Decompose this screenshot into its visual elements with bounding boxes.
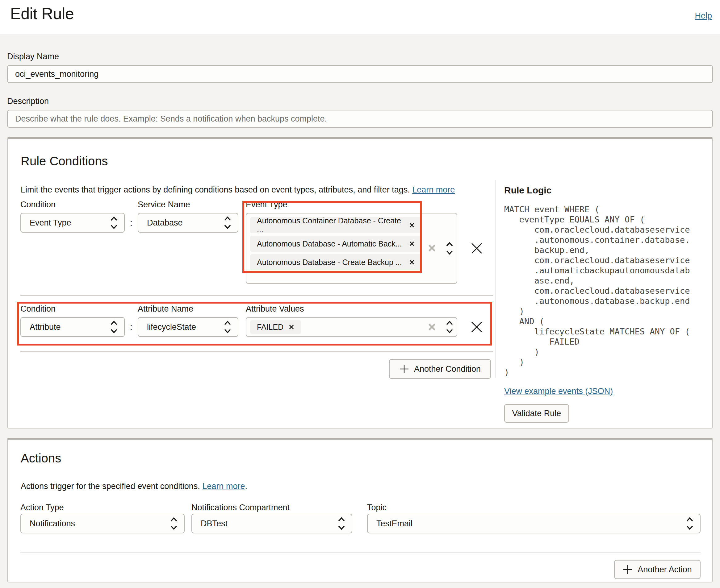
- chevron-up-down-icon: [223, 215, 232, 230]
- topic-label: Topic: [367, 503, 386, 512]
- event-type-chip: Autonomous Container Database - Create .…: [250, 217, 422, 233]
- attribute-values-input[interactable]: FAILED: [246, 317, 457, 337]
- plus-icon: [399, 364, 409, 374]
- chevron-up-down-icon: [337, 516, 346, 531]
- rule-logic-title: Rule Logic: [504, 185, 717, 195]
- actions-intro: Actions trigger for the specified event …: [21, 482, 247, 491]
- actions-title: Actions: [21, 451, 61, 465]
- attribute-value-chip: FAILED: [250, 320, 301, 334]
- rule-conditions-card: Rule Conditions Limit the events that tr…: [7, 137, 713, 428]
- page-title: Edit Rule: [10, 4, 74, 23]
- condition-label-2: Condition: [20, 304, 56, 314]
- rule-conditions-title: Rule Conditions: [21, 154, 108, 168]
- conditions-divider-1: [20, 295, 493, 296]
- chip-remove-icon[interactable]: [288, 324, 295, 330]
- chevron-up-down-icon[interactable]: [445, 240, 454, 256]
- conditions-learn-more-link[interactable]: Learn more: [412, 185, 455, 194]
- clear-selection-icon[interactable]: [427, 243, 437, 253]
- chevron-up-down-icon: [109, 215, 119, 230]
- attribute-name-label: Attribute Name: [138, 304, 193, 314]
- event-type-chip: Autonomous Database - Automatic Back...: [250, 236, 422, 252]
- chip-remove-icon[interactable]: [409, 240, 415, 247]
- help-link[interactable]: Help: [695, 11, 712, 21]
- attribute-name-select[interactable]: lifecycleState: [138, 317, 238, 337]
- chevron-up-down-icon: [223, 319, 232, 335]
- remove-condition-row-icon[interactable]: [469, 241, 484, 255]
- topic-select[interactable]: TestEmail: [367, 513, 701, 533]
- actions-learn-more-link[interactable]: Learn more: [202, 482, 245, 491]
- separator-colon-2: :: [127, 317, 136, 337]
- actions-card: Actions Actions trigger for the specifie…: [7, 438, 713, 583]
- description-input[interactable]: [7, 110, 713, 128]
- rule-logic-panel: Rule Logic MATCH event WHERE ( eventType…: [504, 185, 717, 423]
- condition-label-1: Condition: [20, 200, 56, 209]
- view-example-events-link[interactable]: View example events (JSON): [504, 386, 613, 396]
- chevron-up-down-icon: [685, 516, 694, 531]
- action-type-select[interactable]: Notifications: [20, 513, 185, 533]
- conditions-divider-2: [20, 351, 493, 352]
- notifications-compartment-select[interactable]: DBTest: [192, 513, 352, 533]
- condition-select-2[interactable]: Attribute: [20, 317, 125, 337]
- chevron-up-down-icon: [169, 516, 178, 531]
- attribute-values-label: Attribute Values: [246, 304, 304, 314]
- condition-select-1[interactable]: Event Type: [20, 213, 125, 233]
- plus-icon: [623, 565, 633, 574]
- another-condition-button[interactable]: Another Condition: [389, 359, 491, 379]
- action-type-label: Action Type: [20, 503, 64, 512]
- validate-rule-button[interactable]: Validate Rule: [504, 404, 569, 423]
- another-action-button[interactable]: Another Action: [614, 560, 701, 579]
- actions-divider: [20, 552, 701, 553]
- event-type-label: Event Type: [246, 200, 287, 209]
- display-name-input[interactable]: [7, 65, 713, 83]
- service-name-label: Service Name: [138, 200, 190, 209]
- service-name-select[interactable]: Database: [138, 213, 238, 233]
- event-type-multiselect[interactable]: Autonomous Container Database - Create .…: [246, 213, 457, 284]
- description-label: Description: [7, 97, 713, 106]
- notifications-compartment-label: Notifications Compartment: [192, 503, 289, 512]
- clear-selection-icon[interactable]: [427, 322, 437, 332]
- rule-logic-code: MATCH event WHERE ( eventType EQUALS ANY…: [504, 204, 717, 377]
- display-name-label: Display Name: [7, 52, 713, 61]
- rule-conditions-intro: Limit the events that trigger actions by…: [21, 185, 455, 195]
- chip-remove-icon[interactable]: [409, 222, 415, 228]
- chip-remove-icon[interactable]: [409, 259, 415, 265]
- page-header: Edit Rule Help: [0, 0, 720, 35]
- event-type-chip: Autonomous Database - Create Backup ...: [250, 254, 422, 270]
- rule-logic-divider: [496, 180, 496, 378]
- chevron-up-down-icon[interactable]: [445, 319, 454, 335]
- chevron-up-down-icon: [109, 319, 119, 335]
- remove-condition-row-icon[interactable]: [469, 320, 484, 334]
- separator-colon-1: :: [127, 213, 136, 233]
